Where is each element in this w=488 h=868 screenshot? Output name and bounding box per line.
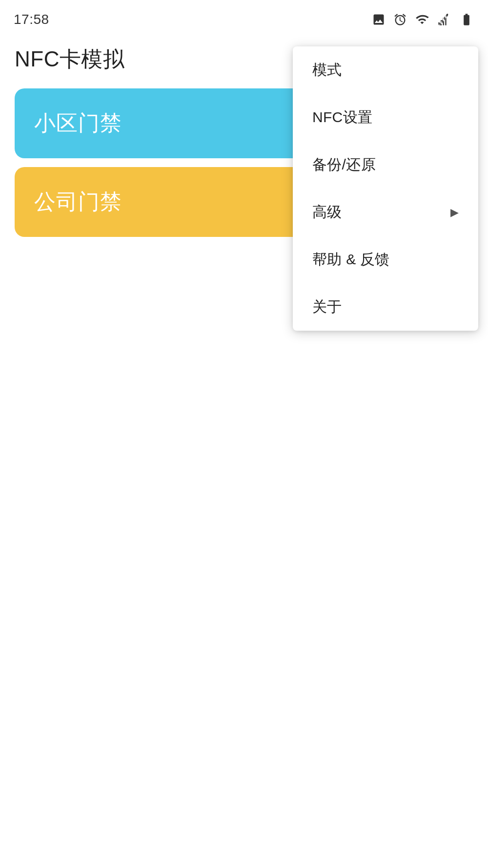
dropdown-menu: 模式 NFC设置 备份/还原 高级 ▶ 帮助 & 反馈 关于 <box>293 46 478 331</box>
menu-item-nfc-settings-label: NFC设置 <box>312 107 372 127</box>
chevron-right-icon: ▶ <box>450 206 459 219</box>
menu-item-about[interactable]: 关于 <box>293 283 478 331</box>
menu-item-advanced-label: 高级 <box>312 202 342 222</box>
menu-item-help-feedback-label: 帮助 & 反馈 <box>312 250 390 270</box>
menu-item-backup-restore[interactable]: 备份/还原 <box>293 141 478 189</box>
menu-item-nfc-settings[interactable]: NFC设置 <box>293 94 478 141</box>
menu-item-backup-restore-label: 备份/还原 <box>312 155 376 175</box>
menu-item-about-label: 关于 <box>312 297 342 317</box>
menu-item-help-feedback[interactable]: 帮助 & 反馈 <box>293 236 478 283</box>
menu-item-advanced[interactable]: 高级 ▶ <box>293 189 478 236</box>
menu-item-mode-label: 模式 <box>312 60 342 80</box>
dropdown-overlay[interactable]: 模式 NFC设置 备份/还原 高级 ▶ 帮助 & 反馈 关于 <box>0 0 488 868</box>
menu-item-mode[interactable]: 模式 <box>293 46 478 94</box>
